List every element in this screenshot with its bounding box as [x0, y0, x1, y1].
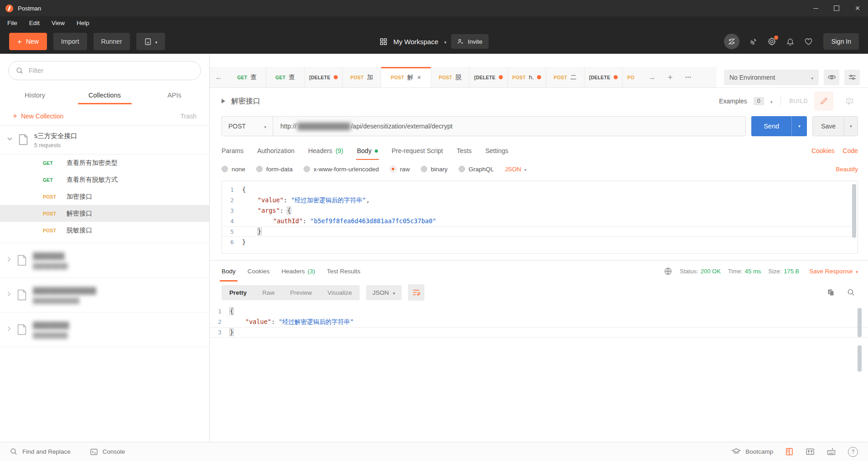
- menu-edit[interactable]: Edit: [29, 20, 40, 26]
- import-button[interactable]: Import: [53, 33, 87, 50]
- search-response-icon[interactable]: [847, 288, 855, 297]
- filter-input[interactable]: [29, 67, 193, 74]
- menu-help[interactable]: Help: [77, 20, 89, 26]
- collection-item-redacted[interactable]: ██████████████ ████████████: [0, 278, 209, 312]
- notifications-bell-icon[interactable]: [786, 37, 795, 46]
- edit-pencil-icon[interactable]: [814, 92, 833, 111]
- new-button[interactable]: New: [9, 33, 47, 50]
- tab-prerequest-script[interactable]: Pre-request Script: [392, 142, 443, 160]
- trash-button[interactable]: Trash: [181, 113, 196, 120]
- runner-button[interactable]: Runner: [93, 33, 130, 50]
- tabs-scroll-right-button[interactable]: [643, 67, 661, 87]
- tab-response-cookies[interactable]: Cookies: [248, 261, 270, 282]
- comment-icon[interactable]: [840, 92, 859, 111]
- request-tab[interactable]: POST脱: [431, 67, 470, 87]
- tab-params[interactable]: Params: [222, 142, 243, 160]
- send-button[interactable]: Send: [751, 116, 791, 136]
- view-raw[interactable]: Raw: [254, 285, 282, 300]
- radio-icon[interactable]: [459, 166, 465, 172]
- new-collection-button[interactable]: New Collection: [13, 112, 63, 120]
- chevron-right-icon[interactable]: [7, 257, 11, 262]
- invite-button[interactable]: Invite: [451, 34, 488, 49]
- response-format-selector[interactable]: JSON: [366, 285, 402, 300]
- mode-form-data[interactable]: form-data: [256, 166, 293, 173]
- mode-raw[interactable]: raw: [390, 166, 410, 173]
- tab-response-headers[interactable]: Headers(3): [282, 261, 315, 282]
- copy-icon[interactable]: [827, 288, 835, 297]
- sign-in-button[interactable]: Sign In: [823, 33, 859, 50]
- mode-urlencoded[interactable]: x-www-form-urlencoded: [304, 166, 379, 173]
- save-options-caret[interactable]: [844, 117, 858, 136]
- environment-quick-look-button[interactable]: [824, 70, 839, 85]
- chevron-right-icon[interactable]: [7, 326, 11, 331]
- request-tab[interactable]: GET查: [228, 67, 266, 87]
- view-visualize[interactable]: Visualize: [320, 285, 360, 300]
- tab-headers[interactable]: Headers(9): [308, 142, 343, 160]
- chevron-down-icon[interactable]: [444, 37, 447, 46]
- close-button[interactable]: [847, 0, 868, 16]
- beautify-link[interactable]: Beautify: [836, 166, 858, 173]
- request-tab[interactable]: GET查: [266, 67, 305, 87]
- send-options-caret[interactable]: [791, 116, 807, 136]
- url-input[interactable]: http:// █████████████ /api/desensitizati…: [273, 117, 745, 136]
- tabs-scroll-left-button[interactable]: [210, 67, 228, 87]
- view-preview[interactable]: Preview: [282, 285, 320, 300]
- cookies-link[interactable]: Cookies: [811, 147, 835, 154]
- request-tab-active[interactable]: POST解: [381, 67, 431, 88]
- examples-label[interactable]: Examples: [719, 97, 747, 105]
- maximize-button[interactable]: [826, 0, 847, 16]
- tab-settings[interactable]: Settings: [485, 142, 508, 160]
- two-pane-view-icon[interactable]: [806, 447, 815, 456]
- view-pretty[interactable]: Pretty: [222, 285, 254, 300]
- sidebar-request-get-mask-modes[interactable]: GET 查看所有脱敏方式: [0, 171, 209, 188]
- tab-response-body[interactable]: Body: [222, 261, 236, 282]
- workspace-name[interactable]: My Workspace: [393, 38, 439, 46]
- tab-apis[interactable]: APIs: [140, 84, 209, 107]
- help-icon[interactable]: [848, 447, 858, 457]
- request-tab[interactable]: POST二: [546, 67, 584, 87]
- sidebar-request-get-encrypt-types[interactable]: GET 查看所有加密类型: [0, 154, 209, 171]
- request-body-editor[interactable]: 1 { 2 "value": "经过加密逻辑后的字符串", 3 "args": …: [222, 181, 858, 254]
- editor-scrollbar-thumb[interactable]: [852, 184, 856, 238]
- raw-format-selector[interactable]: JSON: [505, 166, 527, 173]
- capture-requests-icon[interactable]: [749, 37, 758, 46]
- open-new-window-button[interactable]: [136, 33, 165, 50]
- radio-icon[interactable]: [256, 166, 263, 172]
- collection-item-redacted[interactable]: ███████ █████████: [0, 243, 209, 278]
- changelog-panel-icon[interactable]: [785, 447, 794, 456]
- build-label[interactable]: BUILD: [789, 98, 808, 104]
- save-button[interactable]: Save: [813, 117, 844, 136]
- tab-test-results[interactable]: Test Results: [327, 261, 361, 282]
- main-scrollbar-thumb[interactable]: [858, 345, 862, 372]
- radio-selected-icon[interactable]: [390, 166, 396, 172]
- tab-tests[interactable]: Tests: [457, 142, 472, 160]
- heart-icon[interactable]: [804, 37, 813, 46]
- console-button[interactable]: Console: [90, 448, 125, 456]
- environment-selector[interactable]: No Environment: [724, 70, 819, 85]
- code-link[interactable]: Code: [843, 147, 858, 154]
- radio-icon[interactable]: [304, 166, 310, 172]
- response-scrollbar-thumb[interactable]: [858, 308, 862, 337]
- mode-graphql[interactable]: GraphQL: [459, 166, 494, 173]
- request-tab[interactable]: POST加: [343, 67, 381, 87]
- chevron-down-icon[interactable]: [7, 137, 12, 141]
- response-body-editor[interactable]: 1 { 2 "value": "经过解密逻辑后的字符串" 3 }: [210, 306, 868, 442]
- tab-collections[interactable]: Collections: [70, 84, 140, 107]
- menu-view[interactable]: View: [52, 20, 65, 26]
- tab-history[interactable]: History: [0, 84, 70, 107]
- environment-settings-icon[interactable]: [844, 70, 860, 85]
- request-tab[interactable]: POSTh.: [508, 67, 546, 87]
- minimize-button[interactable]: [805, 0, 826, 16]
- tab-body[interactable]: Body: [357, 142, 378, 160]
- sync-off-icon[interactable]: [724, 34, 739, 49]
- request-tab[interactable]: PO: [623, 67, 643, 87]
- close-tab-icon[interactable]: [417, 73, 421, 81]
- chevron-right-icon[interactable]: [7, 292, 11, 297]
- request-tab[interactable]: [DELETE: [584, 67, 623, 87]
- request-tab[interactable]: [DELETE: [305, 67, 343, 87]
- collection-item[interactable]: s三方安全接口 5 requests: [0, 126, 209, 154]
- tab-authorization[interactable]: Authorization: [257, 142, 294, 160]
- request-tab[interactable]: [DELETE: [470, 67, 508, 87]
- mode-binary[interactable]: binary: [421, 166, 448, 173]
- keyboard-shortcuts-icon[interactable]: [827, 447, 836, 456]
